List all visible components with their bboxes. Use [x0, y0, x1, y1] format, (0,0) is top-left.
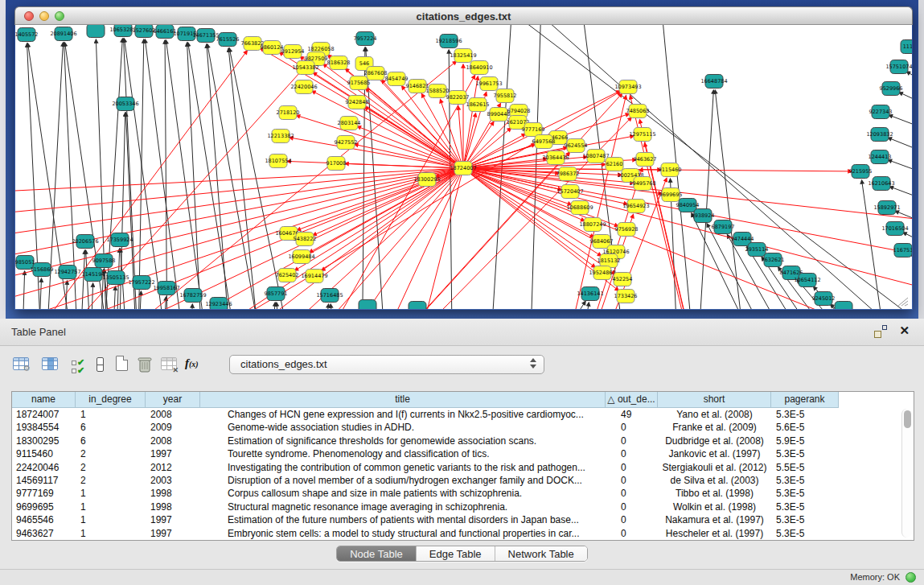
table-row[interactable]: 969969511998Structural magnetic resonanc…: [12, 501, 914, 513]
graph-node-teal[interactable]: 1145194: [82, 268, 105, 282]
cell-short[interactable]: de Silva et al. (2003): [658, 474, 771, 487]
cell-name[interactable]: 14569117: [12, 474, 76, 487]
column-header-in_degree[interactable]: in_degree: [76, 392, 146, 408]
cell-year[interactable]: 2003: [146, 474, 200, 487]
graph-node-teal[interactable]: 116753: [893, 244, 912, 257]
cell-name[interactable]: 9777169: [12, 487, 76, 500]
cell-short[interactable]: Stergiakouli et al. (2012): [658, 461, 771, 474]
tab-edge-table[interactable]: Edge Table: [417, 546, 495, 561]
cell-pagerank[interactable]: 5.9E-5: [771, 435, 839, 447]
graph-node-yellow[interactable]: 8454749: [385, 72, 409, 86]
table-scrollbar[interactable]: [901, 409, 912, 538]
cell-pagerank[interactable]: 5.3E-5: [771, 487, 839, 500]
cell-name[interactable]: 22420046: [12, 461, 76, 474]
graph-node-teal[interactable]: 15892971: [873, 201, 900, 215]
column-header-title[interactable]: title: [200, 392, 606, 408]
table-row[interactable]: 911546021997Tourette syndrome. Phenomeno…: [12, 447, 914, 460]
graph-node-yellow[interactable]: 18107554: [265, 154, 291, 168]
graph-node-teal[interactable]: 1156869: [31, 263, 54, 277]
cell-title[interactable]: Genome-wide association studies in ADHD.: [200, 421, 606, 434]
graph-node-teal[interactable]: 6879197: [712, 220, 735, 234]
cell-in_degree[interactable]: 1: [76, 513, 146, 526]
cell-pagerank[interactable]: 5.3E-5: [771, 408, 839, 421]
graph-node-yellow[interactable]: 452254: [613, 273, 633, 286]
graph-node-yellow[interactable]: 9463627: [634, 153, 657, 167]
table-selector-dropdown[interactable]: citations_edges.txt: [229, 355, 544, 374]
graph-node-teal[interactable]: 13505135: [102, 271, 129, 285]
cell-pagerank[interactable]: 5.3E-5: [771, 474, 839, 487]
graph-node-teal[interactable]: 7615526: [216, 33, 240, 47]
cell-short[interactable]: Tibbo et al. (1998): [658, 487, 771, 500]
canvas-resize-grip[interactable]: [897, 296, 910, 307]
cell-out_de[interactable]: 0: [606, 487, 658, 500]
graph-node-teal[interactable]: [409, 302, 426, 310]
cell-pagerank[interactable]: 5.3E-5: [771, 501, 839, 513]
graph-node-teal[interactable]: 7632621: [762, 253, 785, 267]
table-row[interactable]: 946362711997Embryonic stem cells: a mode…: [12, 527, 914, 540]
cell-year[interactable]: 2008: [146, 408, 200, 421]
graph-node-yellow[interactable]: 18640910: [466, 61, 492, 75]
graph-node-yellow[interactable]: 1733426: [614, 290, 638, 303]
graph-node-yellow[interactable]: 19524861: [589, 266, 615, 280]
graph-node-teal[interactable]: 16210643: [868, 177, 894, 191]
graph-node-teal[interactable]: 16648784: [700, 75, 727, 89]
graph-node-yellow[interactable]: 62160: [606, 158, 623, 171]
graph-node-yellow[interactable]: 9175685: [347, 76, 371, 90]
graph-node-yellow[interactable]: 9115460: [659, 163, 682, 177]
graph-node-yellow[interactable]: 917008: [326, 157, 347, 171]
network-canvas[interactable]: 1872400718300295766382298601248912954182…: [15, 25, 912, 309]
graph-node-teal[interactable]: 7957224: [354, 32, 377, 46]
graph-node-yellow[interactable]: 12975115: [629, 128, 655, 142]
function-icon[interactable]: f(x): [185, 356, 206, 376]
graph-node-teal[interactable]: 17957222: [128, 276, 154, 290]
cell-out_de[interactable]: 0: [606, 474, 658, 487]
graph-node-teal[interactable]: 9529966: [880, 82, 903, 96]
cell-out_de[interactable]: 0: [606, 421, 658, 434]
cell-short[interactable]: Yano et al. (2008): [658, 408, 771, 421]
cell-pagerank[interactable]: 5.5E-5: [771, 461, 839, 474]
graph-node-teal[interactable]: 9857791: [265, 287, 288, 301]
cell-name[interactable]: 9463627: [12, 527, 76, 540]
cell-year[interactable]: 2012: [146, 461, 200, 474]
cell-title[interactable]: Corpus callosum shape and size in male p…: [200, 487, 606, 500]
cell-out_de[interactable]: 49: [606, 408, 658, 421]
table-row[interactable]: 977716911998Corpus callosum shape and si…: [12, 487, 914, 500]
graph-node-yellow[interactable]: 7986372: [556, 167, 580, 181]
cell-year[interactable]: 1998: [146, 487, 200, 500]
cell-pagerank[interactable]: 5.6E-5: [771, 421, 839, 434]
graph-node-yellow[interactable]: 8186328: [327, 56, 351, 70]
cell-title[interactable]: Structural magnetic resonance image aver…: [200, 501, 606, 513]
column-header-name[interactable]: name: [12, 392, 76, 408]
tab-node-table[interactable]: Node Table: [337, 546, 417, 561]
graph-node-teal[interactable]: 20053346: [112, 97, 138, 111]
cell-short[interactable]: Wolkin et al. (1998): [658, 501, 771, 513]
graph-node-yellow[interactable]: 9777169: [522, 123, 545, 137]
cell-short[interactable]: Nakamura et al. (1997): [658, 513, 771, 526]
cell-title[interactable]: Estimation of the future numbers of pati…: [200, 513, 606, 526]
cell-short[interactable]: Hescheler et al. (1997): [658, 527, 771, 540]
cell-year[interactable]: 1997: [146, 527, 200, 540]
graph-node-teal[interactable]: 9245012: [812, 292, 836, 306]
graph-node-yellow[interactable]: 1862615: [466, 98, 490, 112]
graph-node-teal[interactable]: [359, 300, 376, 310]
cell-in_degree[interactable]: 2: [76, 461, 146, 474]
graph-node-yellow[interactable]: 9860124: [261, 41, 284, 55]
cell-name[interactable]: 9699695: [12, 501, 76, 513]
cell-out_de[interactable]: 0: [606, 513, 658, 526]
column-header-out_de[interactable]: △ out_de...: [606, 392, 658, 408]
row-height-icon[interactable]: [97, 357, 117, 377]
graph-node-yellow[interactable]: 19961753: [475, 77, 502, 91]
cell-short[interactable]: Jankovic et al. (1997): [658, 447, 771, 460]
cell-out_de[interactable]: 0: [606, 461, 658, 474]
graph-node-yellow[interactable]: 9427552: [335, 136, 358, 150]
graph-node-teal[interactable]: 9097588: [92, 254, 116, 268]
column-header-short[interactable]: short: [658, 392, 771, 408]
cell-in_degree[interactable]: 2: [76, 474, 146, 487]
column-header-year[interactable]: year: [146, 392, 200, 408]
cell-out_de[interactable]: 0: [606, 447, 658, 460]
graph-node-yellow[interactable]: 10688609: [566, 201, 593, 215]
graph-node-teal[interactable]: [87, 25, 105, 38]
graph-node-teal[interactable]: 15751074: [885, 60, 912, 74]
cell-in_degree[interactable]: 1: [76, 408, 146, 421]
table-row[interactable]: 1872400712008Changes of HCN gene express…: [12, 408, 914, 421]
